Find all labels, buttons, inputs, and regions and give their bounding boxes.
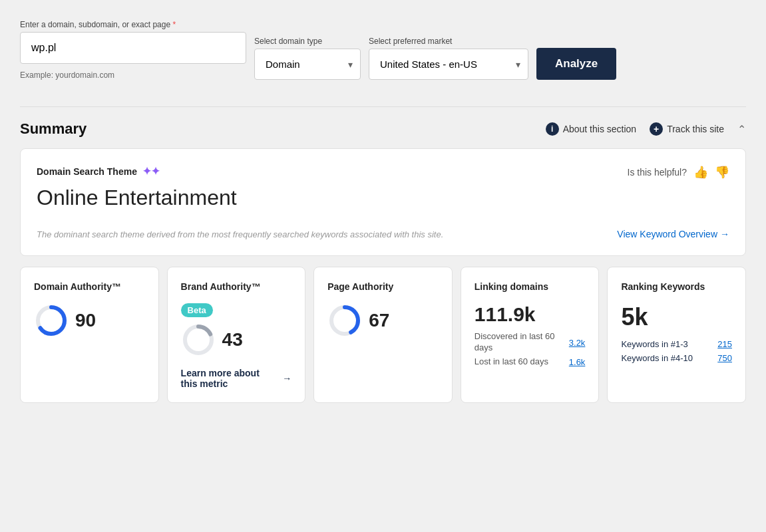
arrow-icon: → bbox=[720, 229, 729, 239]
da-donut-chart bbox=[34, 303, 69, 338]
ld-lost-row: Lost in last 60 days 1.6k bbox=[475, 356, 586, 368]
ba-title: Brand Authority™ bbox=[181, 281, 292, 293]
ba-donut-chart bbox=[181, 323, 216, 357]
divider bbox=[20, 106, 746, 107]
top-bar: Enter a domain, subdomain, or exact page… bbox=[20, 20, 746, 93]
required-star: * bbox=[170, 20, 176, 29]
domain-label-text: Enter a domain, subdomain, or exact page bbox=[20, 20, 170, 29]
theme-label-text: Domain Search Theme bbox=[37, 166, 137, 177]
domain-input[interactable] bbox=[20, 32, 246, 64]
page-authority-card: Page Authority 67 bbox=[313, 267, 453, 403]
sparkle-icon: ✦✦ bbox=[142, 165, 160, 178]
learn-more-text: Learn more about this metric bbox=[181, 368, 279, 389]
track-label: Track this site bbox=[667, 124, 724, 134]
rk1-row: Keywords in #1-3 215 bbox=[621, 339, 732, 350]
section-actions: i About this section + Track this site ⌃ bbox=[546, 122, 746, 136]
collapse-button[interactable]: ⌃ bbox=[737, 123, 746, 136]
market-label: Select preferred market bbox=[369, 37, 528, 46]
about-section-button[interactable]: i About this section bbox=[546, 122, 637, 136]
thumbs-up-button[interactable]: 👍 bbox=[693, 165, 708, 180]
about-label: About this section bbox=[563, 124, 637, 134]
beta-label: Beta bbox=[181, 303, 213, 317]
section-title: Summary bbox=[20, 120, 87, 138]
domain-theme-card: Domain Search Theme ✦✦ Online Entertainm… bbox=[20, 148, 746, 256]
domain-authority-card: Domain Authority™ 90 bbox=[20, 267, 159, 403]
ld-value: 111.9k bbox=[475, 303, 586, 326]
view-keyword-overview-link[interactable]: View Keyword Overview → bbox=[617, 229, 729, 239]
helpful-section: Is this helpful? 👍 👎 bbox=[628, 165, 730, 180]
view-keyword-label: View Keyword Overview bbox=[617, 229, 717, 239]
ba-value-row: 43 bbox=[181, 323, 292, 357]
ld-discovered-row: Discovered in last 60 days 3.2k bbox=[475, 331, 586, 354]
ld-discovered-value[interactable]: 3.2k bbox=[569, 338, 586, 348]
metrics-row: Domain Authority™ 90 Brand Authority™ Be… bbox=[20, 267, 746, 403]
da-title: Domain Authority™ bbox=[34, 281, 145, 293]
ba-value: 43 bbox=[222, 329, 243, 350]
rk1-label: Keywords in #1-3 bbox=[621, 339, 687, 350]
rk-value: 5k bbox=[621, 303, 732, 331]
ld-lost-value[interactable]: 1.6k bbox=[569, 357, 586, 367]
market-field-group: Select preferred market United States - … bbox=[369, 37, 528, 80]
learn-more-link[interactable]: Learn more about this metric → bbox=[181, 368, 292, 389]
thumbs-down-button[interactable]: 👎 bbox=[715, 165, 729, 180]
theme-footer: The dominant search theme derived from t… bbox=[37, 229, 729, 239]
rk1-value[interactable]: 215 bbox=[717, 339, 732, 350]
learn-more-arrow: → bbox=[282, 373, 291, 384]
ld-lost-label: Lost in last 60 days bbox=[475, 356, 548, 368]
rk4-value[interactable]: 750 bbox=[717, 353, 732, 364]
brand-authority-card: Brand Authority™ Beta 43 Learn more abou… bbox=[167, 267, 306, 403]
domain-type-wrapper: Domain Subdomain Exact page bbox=[254, 49, 361, 80]
market-select[interactable]: United States - en-US United Kingdom - e… bbox=[369, 49, 528, 80]
rk-title: Ranking Keywords bbox=[621, 281, 732, 293]
rk4-label: Keywords in #4-10 bbox=[621, 353, 693, 364]
rk4-row: Keywords in #4-10 750 bbox=[621, 353, 732, 364]
info-icon: i bbox=[546, 122, 559, 136]
market-wrapper: United States - en-US United Kingdom - e… bbox=[369, 49, 528, 80]
domain-type-label: Select domain type bbox=[254, 37, 361, 46]
analyze-button[interactable]: Analyze bbox=[536, 48, 616, 80]
ld-title: Linking domains bbox=[475, 281, 586, 293]
track-site-button[interactable]: + Track this site bbox=[650, 122, 724, 136]
domain-field-group: Enter a domain, subdomain, or exact page… bbox=[20, 20, 246, 80]
theme-subtitle: The dominant search theme derived from t… bbox=[37, 229, 443, 239]
pa-donut-chart bbox=[327, 303, 362, 338]
domain-type-select[interactable]: Domain Subdomain Exact page bbox=[254, 49, 361, 80]
domain-label: Enter a domain, subdomain, or exact page… bbox=[20, 20, 246, 29]
section-header: Summary i About this section + Track thi… bbox=[20, 120, 746, 138]
theme-label-row: Domain Search Theme ✦✦ bbox=[37, 165, 237, 178]
theme-left: Domain Search Theme ✦✦ Online Entertainm… bbox=[37, 165, 237, 221]
ranking-keywords-card: Ranking Keywords 5k Keywords in #1-3 215… bbox=[607, 267, 746, 403]
theme-title: Online Entertainment bbox=[37, 186, 237, 210]
domain-example: Example: yourdomain.com bbox=[20, 70, 246, 80]
pa-title: Page Authority bbox=[327, 281, 439, 293]
da-value-row: 90 bbox=[34, 303, 145, 338]
search-row: Enter a domain, subdomain, or exact page… bbox=[20, 20, 746, 80]
ld-discovered-label: Discovered in last 60 days bbox=[475, 331, 569, 354]
pa-value: 67 bbox=[369, 310, 389, 331]
helpful-label: Is this helpful? bbox=[628, 167, 687, 178]
da-value: 90 bbox=[75, 310, 96, 331]
domain-type-field-group: Select domain type Domain Subdomain Exac… bbox=[254, 37, 361, 80]
ba-beta-badge: Beta bbox=[181, 303, 292, 323]
plus-icon: + bbox=[650, 122, 663, 136]
linking-domains-card: Linking domains 111.9k Discovered in las… bbox=[461, 267, 600, 403]
pa-value-row: 67 bbox=[327, 303, 439, 338]
